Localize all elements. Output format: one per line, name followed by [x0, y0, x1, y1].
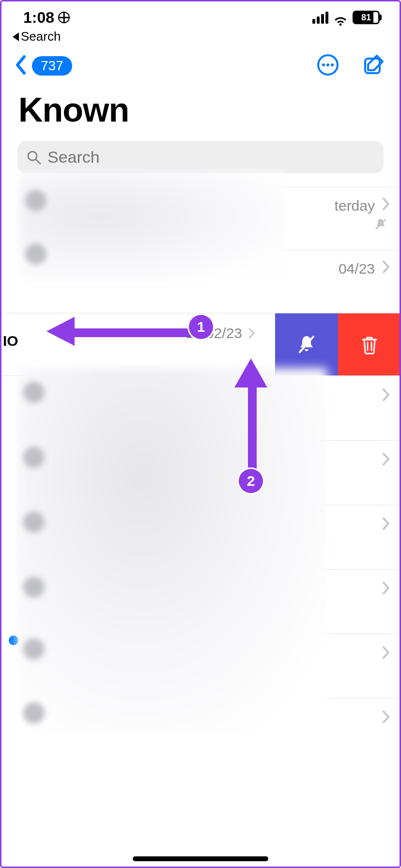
redaction-blur	[23, 638, 45, 660]
annotation-arrow-up	[237, 358, 266, 480]
location-globe-icon	[58, 12, 70, 23]
redaction-blur	[17, 368, 327, 731]
redaction-blur	[19, 172, 287, 282]
cellular-signal-icon	[312, 12, 328, 24]
status-time: 1:08	[23, 9, 54, 27]
chevron-right-icon	[382, 581, 390, 597]
chevron-right-icon	[382, 388, 390, 403]
chevron-right-icon	[382, 646, 390, 661]
redaction-blur	[23, 702, 45, 724]
conversation-date: 04/23	[339, 261, 375, 277]
status-bar: 1:08 81	[0, 0, 401, 26]
svg-point-2	[326, 63, 329, 66]
wifi-icon	[333, 12, 348, 23]
svg-line-6	[36, 159, 40, 164]
swipe-mute-button[interactable]	[275, 313, 338, 375]
chevron-right-icon	[382, 452, 390, 468]
battery-percentage: 81	[353, 11, 380, 24]
unread-dot-icon	[9, 636, 18, 645]
chevron-right-icon	[382, 517, 390, 532]
redaction-blur	[25, 190, 46, 211]
more-options-button[interactable]	[317, 54, 339, 78]
chevron-right-icon	[382, 260, 390, 277]
chevron-right-icon	[382, 197, 390, 214]
battery-icon: 81	[353, 11, 382, 24]
redaction-blur	[25, 243, 46, 264]
bell-slash-icon	[296, 334, 317, 355]
redaction-blur	[23, 512, 45, 533]
conversation-date: terday	[335, 198, 375, 214]
conversation-title-fragment: IO	[3, 333, 18, 349]
muted-indicator	[374, 217, 387, 233]
back-to-app[interactable]: Search	[0, 26, 401, 44]
compose-button[interactable]	[362, 54, 385, 78]
chevron-right-icon	[382, 710, 390, 726]
search-field[interactable]	[17, 141, 384, 173]
back-triangle-icon	[13, 32, 19, 41]
swipe-delete-button[interactable]	[338, 313, 401, 375]
svg-point-1	[322, 63, 325, 66]
search-icon	[26, 150, 42, 165]
redaction-blur	[23, 576, 45, 598]
redaction-blur	[23, 447, 45, 468]
back-button[interactable]	[14, 55, 27, 77]
svg-point-3	[331, 63, 334, 66]
back-to-app-label: Search	[21, 29, 61, 44]
redaction-blur	[23, 382, 45, 403]
search-input[interactable]	[47, 148, 375, 167]
unread-count-badge[interactable]: 737	[32, 56, 72, 76]
annotation-arrow-left	[46, 320, 192, 343]
trash-icon	[359, 334, 380, 355]
nav-bar: 737	[0, 44, 401, 78]
annotation-step-badge: 2	[239, 469, 263, 493]
page-title: Known	[0, 78, 401, 129]
chevron-right-icon	[248, 327, 256, 339]
annotation-step-badge: 1	[189, 315, 213, 339]
home-indicator[interactable]	[133, 856, 268, 861]
